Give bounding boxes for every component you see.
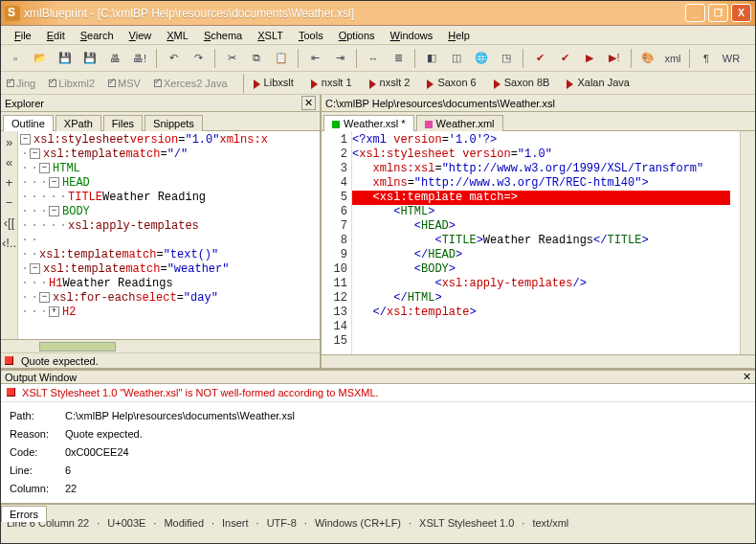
- explorer-tab-snippets[interactable]: Snippets: [145, 115, 203, 131]
- findreplace-icon[interactable]: ◫: [446, 48, 467, 69]
- validator-nxslt1[interactable]: nxslt 1: [311, 77, 352, 88]
- menu-search[interactable]: Search: [73, 28, 122, 43]
- tree-toggle[interactable]: −: [30, 263, 40, 274]
- code-line[interactable]: <xsl:stylesheet version="1.0": [352, 147, 740, 162]
- gutter-btn[interactable]: ‹[[: [4, 215, 15, 230]
- close-button[interactable]: X: [731, 4, 751, 22]
- xml-icon[interactable]: xml: [662, 48, 683, 69]
- copy-icon[interactable]: ⧉: [246, 48, 267, 69]
- menu-file[interactable]: File: [7, 28, 39, 43]
- code-line[interactable]: <HTML>: [352, 205, 740, 219]
- indent-icon[interactable]: ⇥: [329, 48, 350, 69]
- editor-vscroll[interactable]: [740, 131, 755, 354]
- outdent-icon[interactable]: ⇤: [304, 48, 325, 69]
- tree-toggle[interactable]: −: [39, 292, 50, 303]
- printpreview-icon[interactable]: 🖶!: [129, 48, 150, 69]
- editor-hscroll[interactable]: [322, 354, 755, 368]
- tree-row[interactable]: ·−xsl:template match="/": [20, 147, 320, 162]
- saveall-icon[interactable]: 💾: [79, 48, 100, 69]
- find-icon[interactable]: ◧: [421, 48, 442, 69]
- tree-toggle[interactable]: −: [49, 206, 59, 216]
- validator-libxml2[interactable]: Libxml2: [49, 78, 100, 89]
- wrap-icon[interactable]: ↔: [363, 48, 384, 69]
- wraplines-icon[interactable]: WR: [721, 48, 742, 69]
- validator-msv[interactable]: MSV: [108, 78, 146, 89]
- explorer-hscroll[interactable]: [1, 339, 320, 352]
- tree-row[interactable]: ·−xsl:template match="weather": [20, 262, 320, 277]
- code-line[interactable]: <BODY>: [352, 262, 740, 277]
- code-line[interactable]: <HEAD>: [352, 219, 740, 234]
- code-area[interactable]: <?xml version='1.0'?><xsl:stylesheet ver…: [352, 131, 740, 354]
- tab-errors[interactable]: Errors: [1, 506, 47, 522]
- validator-saxon6[interactable]: Saxon 6: [427, 77, 476, 88]
- code-line[interactable]: <TITLE>Weather Readings</TITLE>: [352, 234, 740, 248]
- tree-toggle[interactable]: −: [49, 177, 59, 188]
- minimize-button[interactable]: _: [685, 4, 705, 22]
- tree-toggle[interactable]: −: [30, 148, 40, 159]
- explorer-tab-xpath[interactable]: XPath: [56, 115, 101, 131]
- validator-xalanjava[interactable]: Xalan Java: [567, 77, 629, 88]
- tree-row[interactable]: ·····TITLE Weather Reading: [20, 191, 320, 205]
- paste-icon[interactable]: 📋: [271, 48, 292, 69]
- check-icon[interactable]: ✔: [529, 48, 550, 69]
- pilcrow-icon[interactable]: ¶: [696, 48, 717, 69]
- validator-jing[interactable]: Jing: [7, 78, 41, 89]
- menu-xslt[interactable]: XSLT: [250, 28, 291, 43]
- code-line[interactable]: </xsl:template>: [352, 306, 740, 320]
- align-icon[interactable]: ≣: [388, 48, 409, 69]
- tree-row[interactable]: −xsl:stylesheet version="1.0" xmlns:x: [20, 133, 320, 147]
- tree-row[interactable]: ···+H2: [20, 306, 320, 320]
- tree-toggle[interactable]: +: [49, 306, 59, 317]
- runall-icon[interactable]: ▶!: [604, 48, 625, 69]
- validator-xerces2java[interactable]: Xerces2 Java: [154, 78, 233, 89]
- menu-tools[interactable]: Tools: [291, 28, 331, 43]
- menu-view[interactable]: View: [122, 28, 160, 43]
- code-line[interactable]: </HEAD>: [352, 248, 740, 262]
- menu-edit[interactable]: Edit: [39, 28, 73, 43]
- tree-row[interactable]: ··−HTML: [20, 162, 320, 176]
- tree-toggle[interactable]: −: [39, 163, 50, 173]
- code-line[interactable]: xmlns="http://www.w3.org/TR/REC-html40">: [352, 176, 740, 191]
- editor-tab-weather-xml[interactable]: Weather.xml: [416, 115, 503, 131]
- validator-saxon8b[interactable]: Saxon 8B: [494, 77, 550, 88]
- explorer-tab-files[interactable]: Files: [103, 115, 143, 131]
- tree-row[interactable]: ···H1 Weather Readings: [20, 277, 320, 291]
- gutter-btn[interactable]: +: [6, 175, 13, 190]
- gutter-btn[interactable]: »: [6, 135, 12, 149]
- code-line[interactable]: xmlns:xsl="http://www.w3.org/1999/XSL/Tr…: [352, 162, 740, 176]
- save-icon[interactable]: 💾: [55, 48, 76, 69]
- gutter-btn[interactable]: «: [6, 155, 12, 170]
- checkdoc-icon[interactable]: ✔: [554, 48, 575, 69]
- code-line[interactable]: <xsl:apply-templates/>: [352, 277, 740, 291]
- tree-row[interactable]: ···−HEAD: [20, 176, 320, 191]
- outline-tree[interactable]: −xsl:stylesheet version="1.0" xmlns:x·−x…: [18, 131, 320, 339]
- tree-row[interactable]: ··xsl:template match="text()": [20, 248, 320, 262]
- code-line[interactable]: </HTML>: [352, 291, 740, 306]
- cut-icon[interactable]: ✂: [221, 48, 242, 69]
- gutter-btn[interactable]: −: [6, 195, 13, 210]
- validator-nxslt2[interactable]: nxslt 2: [369, 77, 411, 88]
- tree-toggle[interactable]: −: [20, 134, 31, 145]
- browser-icon[interactable]: 🌐: [471, 48, 492, 69]
- run-icon[interactable]: ▶: [579, 48, 600, 69]
- menu-options[interactable]: Options: [331, 28, 383, 43]
- output-close-button[interactable]: ✕: [743, 371, 751, 383]
- editor-tab-weather-xsl[interactable]: Weather.xsl *: [323, 115, 414, 131]
- menu-windows[interactable]: Windows: [383, 28, 441, 43]
- menu-schema[interactable]: Schema: [196, 28, 250, 43]
- code-line[interactable]: <xsl:template match=>: [352, 191, 740, 205]
- redo-icon[interactable]: ↷: [188, 48, 209, 69]
- palette-icon[interactable]: 🎨: [637, 48, 658, 69]
- print-icon[interactable]: 🖶: [104, 48, 125, 69]
- tree-row[interactable]: ··: [20, 234, 320, 248]
- menu-xml[interactable]: XML: [159, 28, 196, 43]
- explorer-tab-outline[interactable]: Outline: [3, 115, 54, 131]
- validator-libxslt[interactable]: Libxslt: [254, 77, 294, 88]
- maximize-button[interactable]: ❐: [708, 4, 728, 22]
- gutter-btn[interactable]: ‹!..: [2, 236, 16, 250]
- new-icon[interactable]: ▫: [5, 48, 26, 69]
- tree-row[interactable]: ···−BODY: [20, 205, 320, 219]
- undo-icon[interactable]: ↶: [163, 48, 184, 69]
- open-icon[interactable]: 📂: [30, 48, 51, 69]
- preview-icon[interactable]: ◳: [496, 48, 517, 69]
